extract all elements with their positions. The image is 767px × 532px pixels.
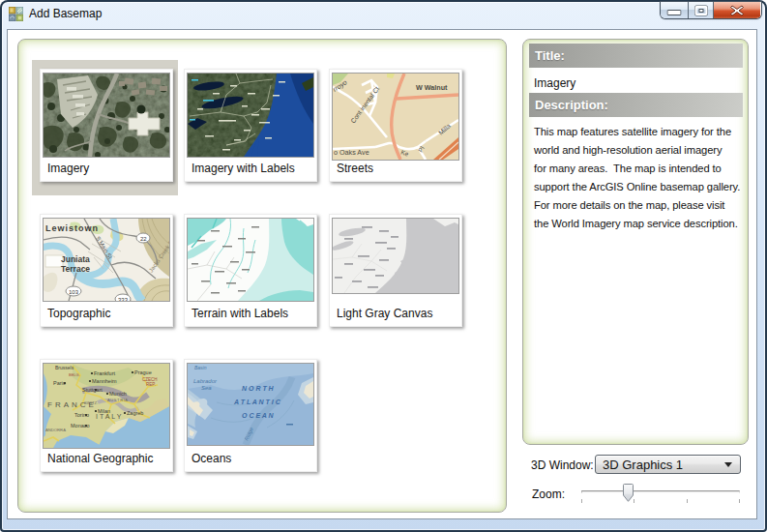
basemap-description: This map features satellite imagery for … <box>534 123 751 233</box>
minimize-icon <box>667 10 682 15</box>
add-basemap-dialog: Add Basemap <box>0 0 767 532</box>
map-label: Paris <box>53 380 66 386</box>
map-label: Prague <box>134 369 152 375</box>
route-shield-label: 103 <box>69 289 79 295</box>
map-label: Brussels <box>55 365 74 370</box>
map-label: ANDORRA <box>45 428 66 432</box>
3d-window-selected-value: 3D Graphics 1 <box>603 458 683 472</box>
basemap-item-terrain-with-labels[interactable]: Terrain with Labels <box>176 205 322 340</box>
maximize-icon <box>693 5 708 16</box>
basemap-item-oceans[interactable]: N O R T H A T L A N T I C O C E A N Labr… <box>176 350 322 486</box>
basemap-item-imagery[interactable]: Imagery <box>32 60 178 195</box>
basemap-item-national-geographic[interactable]: Brussels BELG. Frankfurt Prague Mannheim… <box>32 350 178 486</box>
basemap-label: Imagery <box>47 162 169 175</box>
basemap-item-light-gray-canvas[interactable]: Light Gray Canvas <box>321 205 467 340</box>
map-label: Stuttgart <box>82 387 103 393</box>
close-button[interactable] <box>714 2 760 18</box>
basemap-title-value: Imagery <box>534 76 575 90</box>
close-icon <box>730 4 745 16</box>
3d-window-combobox[interactable]: 3D Graphics 1 <box>595 455 741 474</box>
zoom-slider-tick <box>739 499 740 503</box>
basemap-gallery-panel: Imagery <box>17 39 507 513</box>
maximize-button[interactable] <box>688 2 714 18</box>
route-shield-label: 22 <box>140 236 147 242</box>
basemap-label: National Geographic <box>47 452 169 465</box>
zoom-slider-tick <box>634 499 634 503</box>
zoom-slider-track[interactable] <box>581 490 740 493</box>
sea-label: Sea <box>201 385 212 391</box>
ocean-label: O C E A N <box>242 412 274 419</box>
combobox-dropdown-arrow <box>724 462 732 467</box>
basemap-item-imagery-with-labels[interactable]: Imagery with Labels <box>176 60 322 195</box>
map-label: Zagreb <box>127 410 143 416</box>
country-label: FRANCE <box>47 400 97 409</box>
basemap-card: Light Gray Canvas <box>329 214 462 327</box>
ocean-label: A T L A N T I C <box>233 399 281 405</box>
street-label: o Oaks Ave <box>334 148 369 157</box>
place-label: Lewistown <box>45 223 99 233</box>
national-geographic-thumbnail: Brussels BELG. Frankfurt Prague Mannheim… <box>44 364 169 448</box>
map-label: REP. <box>146 382 156 387</box>
title-section-header: Title: <box>529 44 743 68</box>
basemap-label: Terrain with Labels <box>192 307 313 320</box>
basemap-item-topographic[interactable]: 22 103 333 Lewistown Juniata Terrace S M… <box>32 205 178 340</box>
basemap-card: rroyo W Walnut Cont inental Ct o Oaks Av… <box>329 69 462 182</box>
basemap-item-streets[interactable]: rroyo W Walnut Cont inental Ct o Oaks Av… <box>321 60 467 195</box>
basemap-card: Terrain with Labels <box>184 214 317 327</box>
basemap-label: Topographic <box>47 307 169 320</box>
titlebar[interactable]: Add Basemap <box>0 0 767 29</box>
imagery-with-labels-thumbnail <box>188 74 313 157</box>
zoom-label: Zoom: <box>532 488 565 501</box>
basemap-card: Imagery with Labels <box>184 69 317 182</box>
basemap-label: Oceans <box>192 452 313 465</box>
route-shield-label: 333 <box>118 297 129 302</box>
basemap-card: Brussels BELG. Frankfurt Prague Mannheim… <box>40 359 173 472</box>
map-label: Mannheim <box>92 378 117 384</box>
basemap-label: Streets <box>337 162 458 175</box>
sea-label: Labrador <box>193 378 218 384</box>
dialog-client-area: Imagery <box>7 29 757 519</box>
basemap-label: Light Gray Canvas <box>337 307 458 320</box>
ocean-label: N O R T H <box>242 385 275 392</box>
basemap-card: 22 103 333 Lewistown Juniata Terrace S M… <box>40 214 173 327</box>
place-label: Juniata <box>61 254 90 264</box>
minimize-button[interactable] <box>661 2 688 18</box>
streets-thumbnail: rroyo W Walnut Cont inental Ct o Oaks Av… <box>333 74 458 160</box>
basemap-info-panel: Title: Imagery Description: This map fea… <box>522 39 749 445</box>
zoom-slider-thumb[interactable] <box>623 484 634 502</box>
light-gray-canvas-thumbnail <box>333 219 458 293</box>
basemap-card: Imagery <box>40 69 173 182</box>
map-label: Frankfurt <box>94 370 115 376</box>
title-label: Title: <box>535 48 565 63</box>
map-label: Munich <box>109 391 127 397</box>
basemap-label: Imagery with Labels <box>192 162 313 175</box>
basemap-card: N O R T H A T L A N T I C O C E A N Labr… <box>184 359 317 472</box>
sea-label: Basin <box>194 365 207 370</box>
caption-buttons <box>661 2 761 18</box>
zoom-slider-tick <box>687 499 688 503</box>
street-label: W Walnut <box>416 83 448 92</box>
country-label: ITALY <box>96 413 123 420</box>
imagery-thumbnail <box>44 74 169 157</box>
oceans-thumbnail: N O R T H A T L A N T I C O C E A N Labr… <box>188 364 313 445</box>
map-label: AUSTRIA <box>107 398 129 402</box>
zoom-slider[interactable] <box>581 480 748 509</box>
window-title: Add Basemap <box>29 7 102 20</box>
3d-window-label: 3D Window: <box>531 458 594 472</box>
topographic-thumbnail: 22 103 333 Lewistown Juniata Terrace S M… <box>44 219 169 301</box>
zoom-slider-tick <box>581 499 582 503</box>
basemap-gallery-icon <box>9 7 23 21</box>
description-label: Description: <box>535 98 608 112</box>
description-section-header: Description: <box>529 93 743 117</box>
map-label: BELG. <box>69 372 80 377</box>
place-label: Terrace <box>61 264 90 274</box>
terrain-with-labels-thumbnail <box>188 219 313 301</box>
